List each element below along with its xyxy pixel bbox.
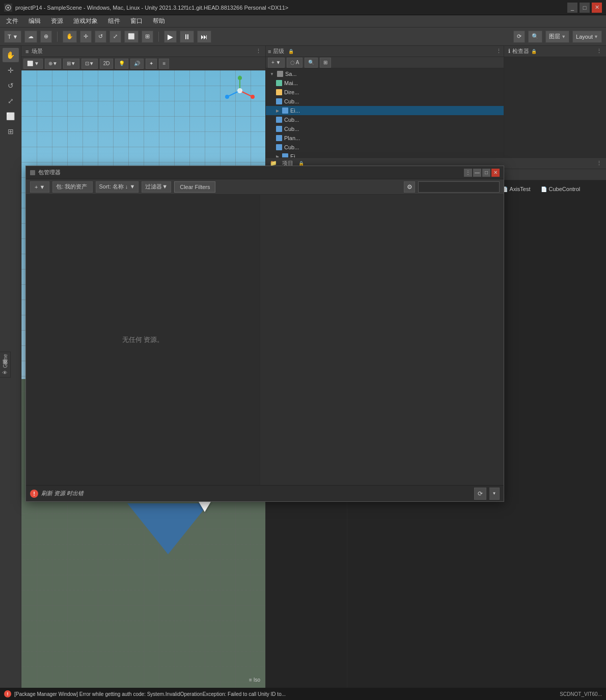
blue-triangle <box>127 503 209 554</box>
layers-label: 图层 <box>549 33 560 40</box>
scene-effect-btn[interactable]: ⊕▼ <box>45 59 61 69</box>
pm-sort-label: Sort: 名称 ↓ ▼ <box>99 183 135 191</box>
arrow-cursor <box>199 502 211 512</box>
pm-minimize-btn[interactable]: — <box>473 169 481 177</box>
tool-rotate[interactable]: ↺ <box>3 78 19 93</box>
item-label: Ei... <box>290 107 300 114</box>
hierarchy-filter-btn[interactable]: ⊞ <box>320 58 331 68</box>
bottom-error-text: [Package Manager Window] Error while get… <box>14 691 557 697</box>
hierarchy-item-plane[interactable]: Plan... <box>266 133 504 143</box>
pm-more-btn[interactable]: ⋮ <box>464 169 472 177</box>
cube-icon <box>276 135 282 141</box>
item-label: Cub... <box>284 126 299 132</box>
menu-file[interactable]: 文件 <box>4 16 20 26</box>
pm-error-icon: ! <box>30 490 38 498</box>
maximize-button[interactable]: □ <box>580 3 590 13</box>
search-global-button[interactable]: 🔍 <box>528 31 542 43</box>
pm-close-btn[interactable]: ✕ <box>491 169 500 177</box>
scene-gizmo[interactable]: y <box>225 75 255 106</box>
scene-grid-btn[interactable]: ⊞▼ <box>63 59 79 69</box>
scene-render-btn[interactable]: ⊡▼ <box>81 59 98 69</box>
bottom-status-bar: ! [Package Manager Window] Error while g… <box>0 688 606 700</box>
scale-tool-button[interactable]: ⤢ <box>109 31 121 43</box>
scene-shading-btn[interactable]: ⬜▼ <box>23 59 43 69</box>
inspector-menu[interactable]: ⋮ <box>596 48 602 55</box>
rect-tool-button[interactable]: ⬜ <box>124 31 139 43</box>
scene-2d-btn[interactable]: 2D <box>100 59 114 69</box>
pm-window-controls: ⋮ — □ ✕ <box>464 169 500 177</box>
hierarchy-item-samplescene[interactable]: ▼ Sa... <box>266 69 504 78</box>
transform-tool-button[interactable]: ⊞ <box>142 31 153 43</box>
scene-hide-btn[interactable]: ≡ <box>159 59 169 69</box>
cube-icon <box>276 117 282 123</box>
project-menu[interactable]: ⋮ <box>596 160 602 167</box>
menu-window[interactable]: 窗口 <box>128 16 145 26</box>
rotate-tool-button[interactable]: ↺ <box>95 31 106 43</box>
pm-filters-dropdown[interactable]: 过滤器▼ <box>142 181 171 193</box>
pm-refresh-button[interactable]: ⟳ <box>474 488 486 500</box>
history-button[interactable]: ⟳ <box>513 31 525 43</box>
title-bar: projectP14 - SampleScene - Windows, Mac,… <box>0 0 606 15</box>
pm-refresh-dropdown[interactable]: ▼ <box>489 488 500 500</box>
hierarchy-item-directional[interactable]: Dire... <box>266 88 504 97</box>
cloud-button[interactable]: ☁ <box>24 31 37 43</box>
game-tab-label[interactable]: 👁 游戏 Game <box>0 352 11 378</box>
pause-button[interactable]: ⏸ <box>180 31 194 43</box>
pm-maximize-btn[interactable]: □ <box>482 169 490 177</box>
menu-edit[interactable]: 编辑 <box>26 16 43 26</box>
hierarchy-search-btn[interactable]: 🔍 <box>305 58 318 68</box>
game-english-label: Game <box>3 354 8 368</box>
scene-light-btn[interactable]: 💡 <box>115 59 128 69</box>
pm-package-dropdown[interactable]: 包: 我的资产 <box>52 181 92 193</box>
tool-scale[interactable]: ⤢ <box>3 94 19 108</box>
hierarchy-item-main[interactable]: Mai... <box>266 78 504 88</box>
hand-tool-button[interactable]: ✋ <box>63 31 77 43</box>
refresh-icon: ⟳ <box>478 490 483 497</box>
scene-panel-title: 场景 <box>32 47 43 55</box>
bottom-error-icon: ! <box>4 690 11 697</box>
menu-assets[interactable]: 资源 <box>49 16 65 26</box>
clear-filters-button[interactable]: Clear Filters <box>174 181 215 193</box>
hierarchy-item-cube1[interactable]: Cub... <box>266 97 504 106</box>
layers-button[interactable]: 图层 ▼ <box>545 31 569 43</box>
package-manager-window: 包管理器 ⋮ — □ ✕ + ▼ 包: 我的资产 Sort: 名称 ↓ ▼ 过滤… <box>25 166 504 502</box>
hierarchy-item-ei2[interactable]: ▶ Ei... <box>266 152 504 157</box>
pm-sort-dropdown[interactable]: Sort: 名称 ↓ ▼ <box>96 181 139 193</box>
menu-component[interactable]: 组件 <box>106 16 122 26</box>
game-panel-tab[interactable]: 👁 游戏 Game <box>0 352 11 378</box>
step-button[interactable]: ⏭ <box>197 31 211 43</box>
menu-help[interactable]: 帮助 <box>151 16 167 26</box>
pm-toolbar: + ▼ 包: 我的资产 Sort: 名称 ↓ ▼ 过滤器▼ Clear Filt… <box>26 179 504 195</box>
file-item-cubecontrol[interactable]: 📄 CubeControl <box>537 184 585 194</box>
pm-add-button[interactable]: + ▼ <box>30 181 49 193</box>
hierarchy-item-ei1[interactable]: ▶ Ei... <box>266 106 504 115</box>
pm-package-list: 无任何 资源。 <box>26 195 260 485</box>
hierarchy-item-cube2[interactable]: Cub... <box>266 115 504 124</box>
play-button[interactable]: ▶ <box>164 31 177 43</box>
minimize-button[interactable]: _ <box>567 3 577 13</box>
tool-rect[interactable]: ⬜ <box>3 109 19 123</box>
account-button[interactable]: T ▼ <box>4 31 21 43</box>
hierarchy-item-cube4[interactable]: Cub... <box>266 143 504 152</box>
hierarchy-item-cube3[interactable]: Cub... <box>266 124 504 133</box>
pm-gear-button[interactable]: ⚙ <box>404 181 415 193</box>
pm-search-input[interactable] <box>418 181 500 193</box>
close-button[interactable]: ✕ <box>592 3 602 13</box>
menu-gameobject[interactable]: 游戏对象 <box>71 16 100 26</box>
scene-fx-btn[interactable]: ✦ <box>146 59 157 69</box>
scene-panel-menu[interactable]: ⋮ <box>256 48 261 55</box>
hierarchy-panel: ≡ 层级 🔒 ⋮ + ▼ ◌ A 🔍 ⊞ ▼ Sa... <box>266 46 504 157</box>
tool-custom[interactable]: ⊞ <box>3 124 19 139</box>
tool-move[interactable]: ✛ <box>3 63 19 77</box>
script-icon: 📄 <box>541 186 547 192</box>
move-tool-button[interactable]: ✛ <box>80 31 92 43</box>
hierarchy-menu[interactable]: ⋮ <box>496 48 502 55</box>
layout-button[interactable]: Layout ▼ <box>572 31 602 43</box>
tool-hand[interactable]: ✋ <box>3 48 19 62</box>
hierarchy-add-btn[interactable]: + ▼ <box>268 58 285 68</box>
layout-label: Layout <box>576 34 593 40</box>
search-button[interactable]: ⊕ <box>40 31 52 43</box>
hierarchy-search-mode[interactable]: ◌ A <box>287 58 303 68</box>
scene-audio-btn[interactable]: 🔊 <box>130 59 144 69</box>
main-toolbar: T ▼ ☁ ⊕ ✋ ✛ ↺ ⤢ ⬜ ⊞ ▶ ⏸ ⏭ ⟳ 🔍 图层 ▼ Layou… <box>0 28 606 46</box>
